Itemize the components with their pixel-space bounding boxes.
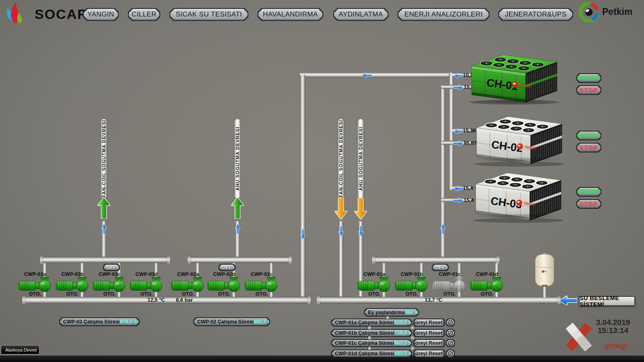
reset-runtime-cwp-01a-button[interactable]: Süreyi Resetle xyxy=(413,319,445,327)
pump-id-label: CWP-01b xyxy=(392,272,432,277)
reset-timer-cwp-01d-icon-button[interactable] xyxy=(446,350,455,358)
expansion-tank xyxy=(532,253,557,287)
ch-01-start-button-label: START xyxy=(578,75,600,81)
reset-runtime-cwp-01c-button-face: Süreyi Resetle xyxy=(414,340,444,346)
runtime-display-cwp-01c-face: CWP-01c Çalışma Süresi983,5 S xyxy=(332,340,411,346)
nav-button-ciller-face: CILLER xyxy=(129,9,159,20)
ch-03-stop-button[interactable]: STOP xyxy=(576,199,601,209)
pump-cwp-01d xyxy=(470,277,507,293)
nav-button-aydinlatma[interactable]: AYDINLATMA xyxy=(333,8,388,21)
pump-cwp-03b xyxy=(56,277,93,293)
runtime-display-cwp-01d-label: CWP-01d Çalışma Süresi xyxy=(335,351,394,356)
reset-runtime-cwp-01c-button[interactable]: Süreyi Resetle xyxy=(413,339,445,347)
pump-cwp-02c xyxy=(245,277,282,293)
water-supply-label: SU BESLEME SİSTEMİ xyxy=(579,296,635,306)
pipe-end-cap xyxy=(557,295,561,305)
pipe-reading: 12,5 °C xyxy=(142,297,171,303)
pump-group-cwp-02-off-button[interactable]: OFF xyxy=(219,264,235,271)
timer-icon xyxy=(448,330,453,336)
reset-timer-cwp-01a-icon-button[interactable] xyxy=(446,319,455,327)
pipe-reading: 8,6 bar xyxy=(170,297,199,303)
taskbar-alarm-label: Alarkoya Devret xyxy=(5,348,37,352)
runtime-display-cwp-01b-label: CWP-01b Çalışma Süresi xyxy=(335,330,394,336)
reset-runtime-cwp-01b-button-face: Süreyi Resetle xyxy=(414,330,444,336)
pump-group-cwp-03-off-button-label: OFF xyxy=(107,265,116,270)
socar-logo: SOCAR xyxy=(2,1,139,26)
pump-group-cwp-03-off-button[interactable]: OFF xyxy=(103,264,120,271)
ch-03-start-button[interactable]: START xyxy=(576,187,601,197)
water-supply-text: SU BESLEME SİSTEMİ xyxy=(580,295,634,308)
runtime-display-cwp-01b-value: 719,9 S xyxy=(394,330,412,336)
ch-01-stop-button-label: STOP xyxy=(580,87,598,93)
pump-mode-label: OTO. xyxy=(89,291,130,297)
return-flow-arrow-down-icon xyxy=(354,198,367,220)
supply-flow-arrow-up-icon xyxy=(231,197,244,219)
bottom-strip xyxy=(0,356,644,362)
supply-flow-arrow-up-icon xyxy=(97,197,110,219)
pipe-segment xyxy=(300,72,471,78)
return-flow-arrow-down-icon xyxy=(334,198,347,220)
nav-button-jenerator-ups[interactable]: JENERATOR&UPS xyxy=(498,8,573,21)
ch-02-stop-button[interactable]: STOP xyxy=(576,143,601,152)
pump-mode-label: OTO. xyxy=(204,291,244,297)
flow-arrow-left xyxy=(453,73,464,78)
panel-connector-knob xyxy=(411,346,415,351)
reset-timer-cwp-01b-icon-button[interactable] xyxy=(446,329,455,337)
flow-arrow-left xyxy=(453,128,464,134)
scada-chiller-screen: SOCAR Petkim 3.04.2019 15:13:14 avandsis… xyxy=(0,0,644,362)
ch-02-start-button-label: START xyxy=(578,132,600,139)
nav-button-yangin-face: YANGIN xyxy=(84,9,118,20)
taskbar-alarm-button[interactable]: Alarkoya Devret xyxy=(1,345,39,354)
pipe-segment xyxy=(41,257,169,263)
pump-group-cwp-01-off-button-label: OFF xyxy=(436,265,445,270)
ch-03-start-button-face: START xyxy=(577,188,601,196)
pipe-reading: 13,7 °C xyxy=(419,297,448,303)
reset-timer-cwp-01c-icon-button[interactable] xyxy=(446,339,455,347)
ch-01-stop-button-face: STOP xyxy=(577,86,601,94)
petkim-logo: Petkim xyxy=(579,1,643,25)
ch-01-stop-button[interactable]: STOP xyxy=(576,85,601,95)
runtime-display-cwp-01a-value: 623,5 S xyxy=(394,320,411,325)
ch-01-start-button[interactable]: START xyxy=(576,73,601,83)
reset-timer-cwp-01a-icon-button-face xyxy=(447,319,454,326)
chiller-shadow xyxy=(473,213,560,219)
runtime-display-cwp-01a-label: CWP-01a Çalışma Süresi xyxy=(335,320,394,325)
vendor-logo: avandsis group xyxy=(563,320,643,355)
nav-button-yangin[interactable]: YANGIN xyxy=(83,8,119,21)
runtime-display-cwp-02-face: CWP-02 Çalışma Süresi982,0 S xyxy=(194,318,269,325)
nav-button-jenerator-ups-label: JENERATOR&UPS xyxy=(505,10,567,19)
panel-connector-knob xyxy=(367,326,372,330)
runtime-display-cwp-01a: CWP-01a Çalışma Süresi623,5 S xyxy=(331,319,412,327)
reset-runtime-cwp-01b-button[interactable]: Süreyi Resetle xyxy=(413,329,445,337)
panel-connector-knob xyxy=(367,336,372,340)
nav-button-ciller[interactable]: CILLER xyxy=(128,8,160,21)
flow-arrow-right xyxy=(453,197,464,203)
pipe-segment xyxy=(300,75,305,304)
runtime-display-cwp-01a-face: CWP-01a Çalışma Süresi623,5 S xyxy=(332,319,411,326)
reset-timer-cwp-01c-icon-button-face xyxy=(447,340,454,346)
reset-runtime-cwp-01a-button-face: Süreyi Resetle xyxy=(414,319,444,326)
pump-group-cwp-01-off-button-face: OFF xyxy=(433,265,448,270)
panel-connector-knob xyxy=(411,326,415,330)
water-supply-arrow-icon xyxy=(559,296,577,305)
petkim-circle-icon xyxy=(579,2,599,22)
pipe-end-cap xyxy=(317,295,320,305)
nav-button-sicak-su-tesisati[interactable]: SICAK SU TESISATI xyxy=(169,8,248,21)
pump-cwp-03d xyxy=(130,277,167,293)
timer-icon xyxy=(448,340,453,346)
ch-01-start-button-face: START xyxy=(577,74,601,82)
pump-mode-label: OTO. xyxy=(126,291,167,297)
nav-button-enerji-analizorleri[interactable]: ENERJI ANALIZORLERI xyxy=(398,8,489,21)
circuit-pipe-label: AHU SOGUTMA DEVRESI xyxy=(234,119,241,198)
nav-button-havalandirma[interactable]: HAVALANDIRMA xyxy=(258,8,323,21)
nav-button-havalandirma-face: HAVALANDIRMA xyxy=(258,9,322,20)
ch-02-start-button[interactable]: START xyxy=(576,131,601,140)
flow-arrow-down xyxy=(339,226,344,237)
reset-timer-cwp-01b-icon-button-face xyxy=(447,330,454,336)
pump-cwp-01c xyxy=(433,277,470,293)
pump-id-label: CWP-03d xyxy=(126,272,167,277)
reset-runtime-cwp-01d-button[interactable]: Süreyi Resetle xyxy=(413,350,445,358)
aging-display: Eş yaşlandırma360 S xyxy=(364,308,419,317)
pump-group-cwp-01-off-button[interactable]: OFF xyxy=(432,264,449,271)
aging-display-face: Eş yaşlandırma360 S xyxy=(365,309,418,316)
